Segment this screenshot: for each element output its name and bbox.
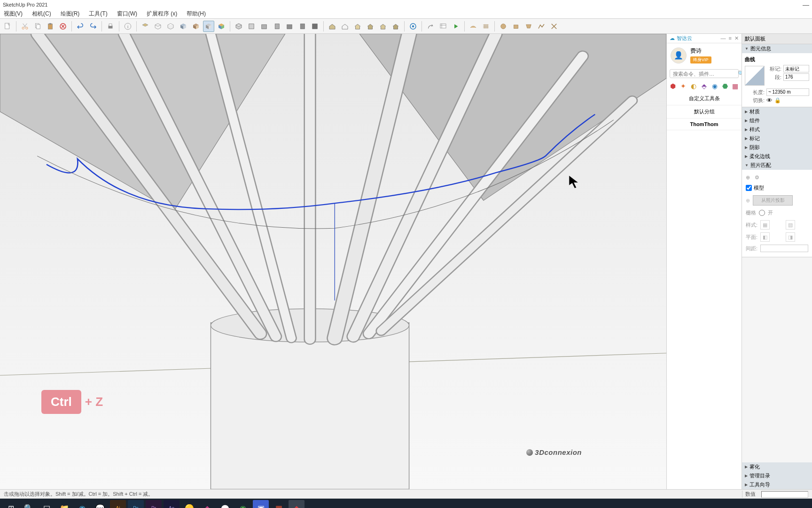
task-sketchup-icon[interactable]: ◆ (289, 500, 304, 508)
section-photo-match[interactable]: ▼照片匹配 (742, 161, 812, 170)
menu-camera[interactable]: 相机(C) (30, 9, 53, 19)
menu-extensions[interactable]: 扩展程序 (x) (145, 9, 179, 19)
section-styles[interactable]: ▶样式 (742, 125, 812, 134)
task-pr-icon[interactable]: Pr (146, 500, 162, 508)
section-tags[interactable]: ▶标记 (742, 134, 812, 143)
front-view-icon[interactable] (258, 21, 270, 32)
house-iso-icon[interactable] (327, 21, 338, 32)
plugin-icon-6[interactable]: ⬣ (721, 82, 729, 90)
plugin-item-default-group[interactable]: 默认分组 (667, 105, 742, 119)
plugin-icon-1[interactable]: ⬢ (669, 82, 677, 90)
house-right-icon[interactable] (390, 21, 401, 32)
left-view-icon[interactable] (297, 21, 308, 32)
house-top-icon[interactable] (339, 21, 351, 32)
render-settings-icon[interactable] (407, 21, 419, 32)
segments-value[interactable]: 176 (783, 73, 809, 81)
menu-window[interactable]: 窗口(W) (115, 9, 139, 19)
task-app3-icon[interactable]: ◉ (235, 500, 251, 508)
style-hidden-icon[interactable] (165, 21, 176, 32)
section-fog[interactable]: ▶雾化 (742, 462, 812, 471)
section-shadows[interactable]: ▶阴影 (742, 143, 812, 152)
plugin-item-thomthom[interactable]: ThomThom (667, 119, 742, 130)
back-view-icon[interactable] (284, 21, 295, 32)
minimize-button[interactable]: — (803, 1, 809, 8)
undo-icon[interactable] (75, 21, 86, 32)
section-instructor[interactable]: ▶工具向导 (742, 480, 812, 489)
house-back-icon[interactable] (365, 21, 376, 32)
delete-icon[interactable] (57, 21, 69, 32)
menu-help[interactable]: 帮助(H) (185, 9, 208, 19)
minimize-panel-icon[interactable]: — (721, 35, 726, 41)
curved-arrow-icon[interactable] (425, 21, 436, 32)
task-ps-icon[interactable]: Ps (128, 500, 144, 508)
lock-icon[interactable]: 🔒 (774, 97, 781, 103)
style-grid-icon-1[interactable]: ▦ (760, 220, 770, 230)
style-color-icon[interactable] (216, 21, 227, 32)
top-view-icon[interactable] (246, 21, 257, 32)
task-ai-icon[interactable]: Ai (110, 500, 126, 508)
style-mono-icon[interactable] (203, 21, 214, 32)
new-file-icon[interactable] (2, 21, 13, 32)
plugin-icon-3[interactable]: ◐ (689, 82, 698, 90)
style-xray-icon[interactable] (140, 21, 151, 32)
avatar[interactable]: 👤 (671, 48, 687, 64)
play-icon[interactable] (450, 21, 461, 32)
task-explorer-icon[interactable]: 📁 (56, 500, 72, 508)
add-photo-icon[interactable]: ⊕ (746, 175, 750, 181)
section-catalog[interactable]: ▶管理目录 (742, 471, 812, 480)
scene-manager-icon[interactable] (437, 21, 449, 32)
crosshair-icon[interactable]: ⊕ (746, 198, 750, 204)
close-panel-icon[interactable]: ✕ (734, 35, 739, 41)
plane-icon-1[interactable]: ◧ (760, 232, 770, 242)
sandbox-grid-icon[interactable] (480, 21, 492, 32)
style-grid-icon-2[interactable]: ▧ (786, 220, 795, 230)
plugin-icon-2[interactable]: ✦ (679, 82, 687, 90)
plugin-icon-5[interactable]: ◉ (710, 82, 719, 90)
task-app5-icon[interactable]: ▦ (271, 500, 287, 508)
right-view-icon[interactable] (271, 21, 282, 32)
menu-draw[interactable]: 绘图(R) (59, 9, 82, 19)
redo-icon[interactable] (87, 21, 99, 32)
value-input[interactable] (761, 491, 808, 498)
sandbox-flip-icon[interactable] (548, 21, 560, 32)
model-checkbox[interactable] (746, 185, 752, 191)
menu-view[interactable]: 视图(V) (2, 9, 24, 19)
spacing-input[interactable] (760, 245, 808, 252)
plugin-icon-7[interactable]: ▦ (731, 82, 740, 90)
plugin-item-custom-toolbar[interactable]: 自定义工具条 (667, 92, 742, 105)
menu-panel-icon[interactable]: ≡ (729, 35, 732, 41)
section-components[interactable]: ▶组件 (742, 116, 812, 125)
iso-icon[interactable] (233, 21, 244, 32)
style-wire-icon[interactable] (152, 21, 164, 32)
house-left-icon[interactable] (377, 21, 389, 32)
style-shaded-tex-icon[interactable] (190, 21, 202, 32)
task-search-icon[interactable]: 🔍 (21, 500, 37, 508)
house-front-icon[interactable] (352, 21, 363, 32)
task-chrome-icon[interactable]: 🟡 (181, 500, 197, 508)
sandbox-smoove-icon[interactable] (498, 21, 509, 32)
section-soften[interactable]: ▶柔化边线 (742, 152, 812, 161)
task-view-icon[interactable]: ⬓ (39, 500, 55, 508)
sandbox-drape-icon[interactable] (523, 21, 534, 32)
style-shaded-icon[interactable] (178, 21, 189, 32)
plugin-icon-4[interactable]: ⬘ (700, 82, 708, 90)
tag-value[interactable]: 未标记 (783, 65, 809, 72)
task-wechat-icon[interactable]: 💬 (92, 500, 108, 508)
viewport[interactable]: 3Dconnexion Ctrl + Z (0, 34, 666, 489)
visibility-icon[interactable]: 👁 (766, 97, 773, 104)
project-from-photo-button[interactable]: 从照片投影 (753, 195, 793, 206)
task-app2-icon[interactable]: ⬤ (217, 500, 233, 508)
menu-tools[interactable]: 工具(T) (87, 9, 109, 19)
search-box[interactable]: 🔍 (670, 69, 739, 78)
bottom-view-icon[interactable] (309, 21, 320, 32)
task-app4-icon[interactable]: ▣ (253, 500, 269, 508)
sandbox-stamp-icon[interactable] (510, 21, 522, 32)
search-input[interactable] (673, 71, 738, 77)
info-icon[interactable]: i (122, 21, 133, 32)
sandbox-detail-icon[interactable] (536, 21, 547, 32)
cut-icon[interactable] (19, 21, 31, 32)
print-icon[interactable] (105, 21, 116, 32)
sandbox-mesh-icon[interactable] (468, 21, 479, 32)
task-ae-icon[interactable]: Ae (164, 500, 180, 508)
task-app1-icon[interactable]: ◆ (199, 500, 215, 508)
